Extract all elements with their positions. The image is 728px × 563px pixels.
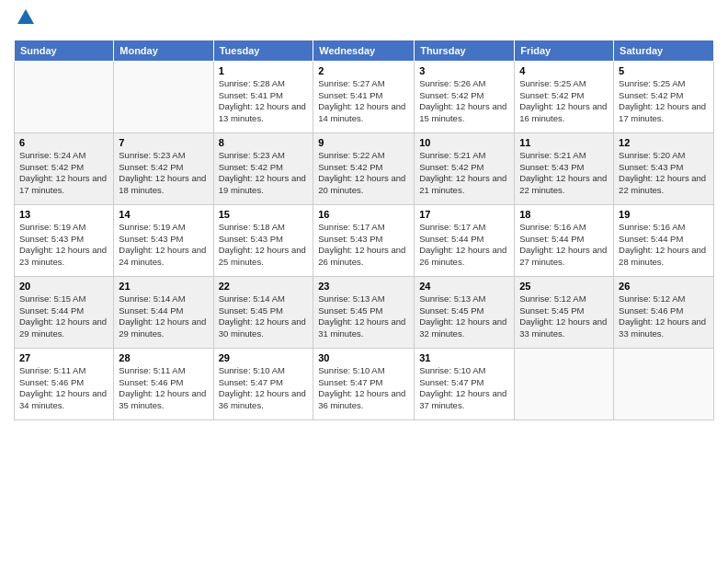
calendar-week-row: 13Sunrise: 5:19 AMSunset: 5:43 PMDayligh… [15, 204, 714, 276]
day-number: 16 [318, 209, 409, 220]
day-number: 12 [619, 137, 709, 148]
day-info: Sunrise: 5:13 AMSunset: 5:45 PMDaylight:… [419, 293, 506, 339]
day-info: Sunrise: 5:10 AMSunset: 5:47 PMDaylight:… [419, 365, 506, 410]
day-info: Sunrise: 5:20 AMSunset: 5:43 PMDaylight:… [619, 150, 706, 195]
header [14, 9, 714, 32]
day-info: Sunrise: 5:17 AMSunset: 5:43 PMDaylight:… [318, 222, 405, 267]
day-info: Sunrise: 5:18 AMSunset: 5:43 PMDaylight:… [219, 222, 306, 267]
day-number: 21 [119, 281, 208, 292]
calendar-day-cell: 6Sunrise: 5:24 AMSunset: 5:42 PMDaylight… [15, 132, 114, 204]
calendar-day-header: Sunday [15, 40, 114, 61]
day-number: 23 [318, 281, 409, 292]
day-number: 17 [419, 209, 509, 220]
calendar-week-row: 27Sunrise: 5:11 AMSunset: 5:46 PMDayligh… [15, 348, 714, 419]
day-info: Sunrise: 5:19 AMSunset: 5:43 PMDaylight:… [19, 222, 107, 267]
day-number: 11 [519, 137, 609, 148]
calendar-day-cell: 21Sunrise: 5:14 AMSunset: 5:44 PMDayligh… [114, 276, 213, 348]
calendar-day-cell: 29Sunrise: 5:10 AMSunset: 5:47 PMDayligh… [213, 348, 313, 419]
calendar-week-row: 6Sunrise: 5:24 AMSunset: 5:42 PMDaylight… [15, 132, 714, 204]
calendar-day-cell: 1Sunrise: 5:28 AMSunset: 5:41 PMDaylight… [213, 61, 313, 132]
calendar-day-cell: 14Sunrise: 5:19 AMSunset: 5:43 PMDayligh… [114, 204, 213, 276]
calendar-day-cell: 16Sunrise: 5:17 AMSunset: 5:43 PMDayligh… [313, 204, 415, 276]
day-number: 9 [318, 137, 409, 148]
day-number: 25 [519, 281, 609, 292]
day-number: 15 [219, 209, 309, 220]
day-info: Sunrise: 5:28 AMSunset: 5:41 PMDaylight:… [219, 78, 306, 123]
day-info: Sunrise: 5:21 AMSunset: 5:43 PMDaylight:… [519, 150, 607, 195]
day-info: Sunrise: 5:23 AMSunset: 5:42 PMDaylight:… [219, 150, 306, 195]
day-number: 20 [19, 281, 108, 292]
day-info: Sunrise: 5:10 AMSunset: 5:47 PMDaylight:… [219, 365, 306, 410]
day-info: Sunrise: 5:13 AMSunset: 5:45 PMDaylight:… [318, 293, 405, 339]
calendar-day-cell: 18Sunrise: 5:16 AMSunset: 5:44 PMDayligh… [515, 204, 614, 276]
day-info: Sunrise: 5:16 AMSunset: 5:44 PMDaylight:… [519, 222, 607, 267]
day-info: Sunrise: 5:21 AMSunset: 5:42 PMDaylight:… [419, 150, 506, 195]
day-info: Sunrise: 5:15 AMSunset: 5:44 PMDaylight:… [19, 293, 107, 339]
day-info: Sunrise: 5:25 AMSunset: 5:42 PMDaylight:… [519, 78, 607, 123]
day-number: 26 [619, 281, 709, 292]
day-number: 29 [219, 352, 309, 363]
day-info: Sunrise: 5:24 AMSunset: 5:42 PMDaylight:… [19, 150, 107, 195]
calendar-day-cell: 8Sunrise: 5:23 AMSunset: 5:42 PMDaylight… [213, 132, 313, 204]
calendar-week-row: 1Sunrise: 5:28 AMSunset: 5:41 PMDaylight… [15, 61, 714, 132]
calendar-day-cell: 31Sunrise: 5:10 AMSunset: 5:47 PMDayligh… [415, 348, 515, 419]
day-number: 5 [619, 65, 709, 76]
day-number: 7 [119, 137, 208, 148]
logo [14, 9, 36, 32]
day-number: 6 [19, 137, 108, 148]
calendar-day-cell: 5Sunrise: 5:25 AMSunset: 5:42 PMDaylight… [614, 61, 714, 132]
logo-icon [16, 7, 36, 28]
calendar-day-cell: 4Sunrise: 5:25 AMSunset: 5:42 PMDaylight… [515, 61, 614, 132]
calendar-day-cell: 11Sunrise: 5:21 AMSunset: 5:43 PMDayligh… [515, 132, 614, 204]
calendar-day-header: Thursday [415, 40, 515, 61]
day-info: Sunrise: 5:17 AMSunset: 5:44 PMDaylight:… [419, 222, 506, 267]
day-info: Sunrise: 5:26 AMSunset: 5:42 PMDaylight:… [419, 78, 506, 123]
calendar-header-row: SundayMondayTuesdayWednesdayThursdayFrid… [15, 40, 714, 61]
day-number: 1 [219, 65, 309, 76]
day-info: Sunrise: 5:11 AMSunset: 5:46 PMDaylight:… [119, 365, 206, 410]
calendar-day-header: Monday [114, 40, 213, 61]
calendar-day-cell: 7Sunrise: 5:23 AMSunset: 5:42 PMDaylight… [114, 132, 213, 204]
day-number: 28 [119, 352, 208, 363]
day-info: Sunrise: 5:11 AMSunset: 5:46 PMDaylight:… [19, 365, 107, 410]
calendar-day-cell: 28Sunrise: 5:11 AMSunset: 5:46 PMDayligh… [114, 348, 213, 419]
calendar-day-cell: 25Sunrise: 5:12 AMSunset: 5:45 PMDayligh… [515, 276, 614, 348]
day-number: 10 [419, 137, 509, 148]
day-number: 3 [419, 65, 509, 76]
day-info: Sunrise: 5:27 AMSunset: 5:41 PMDaylight:… [318, 78, 405, 123]
day-number: 2 [318, 65, 409, 76]
calendar-day-cell [515, 348, 614, 419]
calendar-day-cell: 13Sunrise: 5:19 AMSunset: 5:43 PMDayligh… [15, 204, 114, 276]
calendar-day-cell: 19Sunrise: 5:16 AMSunset: 5:44 PMDayligh… [614, 204, 714, 276]
calendar-day-cell [114, 61, 213, 132]
day-info: Sunrise: 5:22 AMSunset: 5:42 PMDaylight:… [318, 150, 405, 195]
calendar-table: SundayMondayTuesdayWednesdayThursdayFrid… [14, 40, 714, 420]
calendar-day-header: Friday [515, 40, 614, 61]
day-number: 19 [619, 209, 709, 220]
svg-marker-0 [17, 9, 34, 24]
day-number: 24 [419, 281, 509, 292]
day-info: Sunrise: 5:12 AMSunset: 5:45 PMDaylight:… [519, 293, 607, 339]
calendar-day-cell: 26Sunrise: 5:12 AMSunset: 5:46 PMDayligh… [614, 276, 714, 348]
day-number: 4 [519, 65, 609, 76]
calendar-day-cell: 15Sunrise: 5:18 AMSunset: 5:43 PMDayligh… [213, 204, 313, 276]
day-info: Sunrise: 5:23 AMSunset: 5:42 PMDaylight:… [119, 150, 206, 195]
page: SundayMondayTuesdayWednesdayThursdayFrid… [0, 0, 728, 563]
calendar-day-header: Tuesday [213, 40, 313, 61]
day-number: 31 [419, 352, 509, 363]
calendar-day-cell [614, 348, 714, 419]
calendar-week-row: 20Sunrise: 5:15 AMSunset: 5:44 PMDayligh… [15, 276, 714, 348]
day-info: Sunrise: 5:12 AMSunset: 5:46 PMDaylight:… [619, 293, 706, 339]
calendar-day-header: Wednesday [313, 40, 415, 61]
day-number: 18 [519, 209, 609, 220]
day-info: Sunrise: 5:19 AMSunset: 5:43 PMDaylight:… [119, 222, 206, 267]
day-info: Sunrise: 5:16 AMSunset: 5:44 PMDaylight:… [619, 222, 706, 267]
calendar-day-cell [15, 61, 114, 132]
day-number: 8 [219, 137, 309, 148]
day-number: 30 [318, 352, 409, 363]
day-number: 13 [19, 209, 108, 220]
calendar-day-cell: 23Sunrise: 5:13 AMSunset: 5:45 PMDayligh… [313, 276, 415, 348]
calendar-day-cell: 17Sunrise: 5:17 AMSunset: 5:44 PMDayligh… [415, 204, 515, 276]
day-info: Sunrise: 5:14 AMSunset: 5:45 PMDaylight:… [219, 293, 306, 339]
day-info: Sunrise: 5:14 AMSunset: 5:44 PMDaylight:… [119, 293, 206, 339]
